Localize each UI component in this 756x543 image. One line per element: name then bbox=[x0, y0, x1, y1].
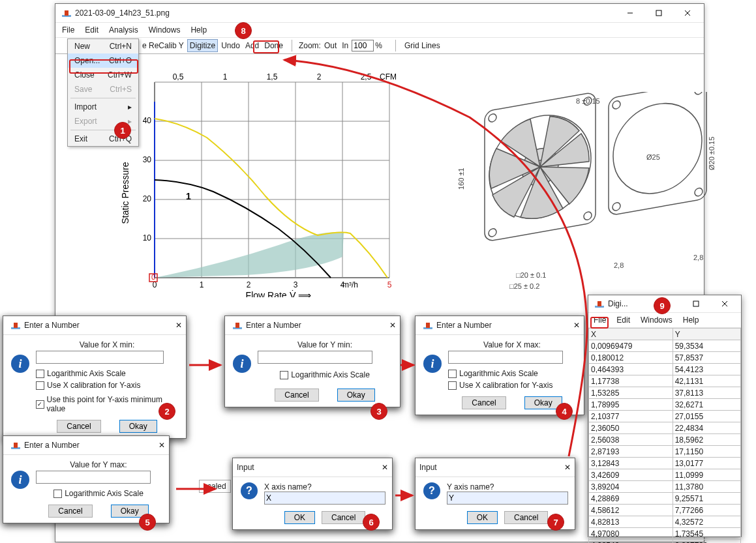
step-badge-2: 2 bbox=[159, 403, 175, 420]
highlight-done bbox=[253, 40, 279, 53]
step-badge-8: 8 bbox=[235, 22, 252, 39]
step-badge-5: 5 bbox=[139, 514, 156, 531]
highlight-data-file bbox=[590, 317, 609, 329]
step-badge-1: 1 bbox=[114, 122, 131, 139]
step-badge-9: 9 bbox=[654, 297, 671, 314]
step-badge-4: 4 bbox=[556, 403, 573, 420]
step-badge-7: 7 bbox=[547, 514, 564, 531]
highlight-open bbox=[69, 59, 138, 74]
step-badge-3: 3 bbox=[370, 403, 387, 420]
step-badge-6: 6 bbox=[363, 514, 380, 531]
